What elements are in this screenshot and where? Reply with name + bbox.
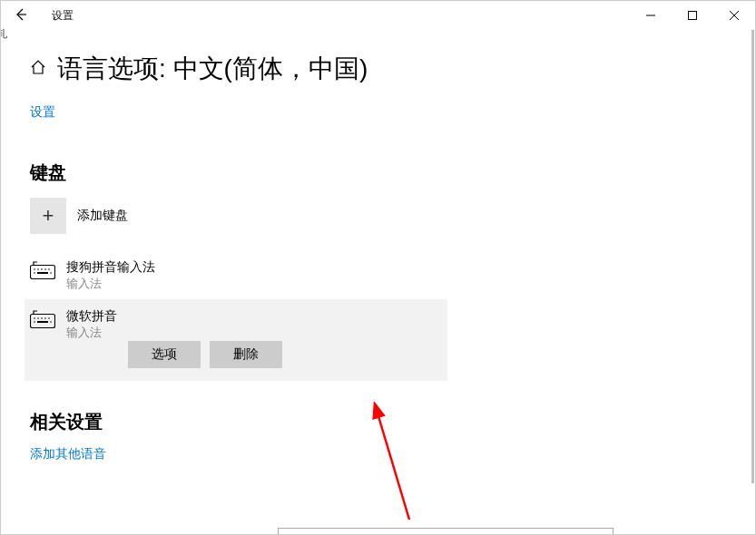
- related-settings-section: 相关设置 添加其他语音: [30, 410, 726, 462]
- svg-point-15: [34, 317, 35, 319]
- content-area: 语言选项: 中文(简体，中国) 设置 键盘 + 添加键盘 搜狗拼音输入法 输入: [1, 30, 755, 534]
- svg-point-12: [50, 272, 52, 274]
- keyboard-actions: 选项 删除: [128, 341, 282, 368]
- svg-rect-13: [37, 272, 48, 274]
- svg-point-21: [50, 321, 52, 323]
- close-button[interactable]: [713, 1, 755, 30]
- keyboard-icon: [30, 261, 55, 283]
- bottom-fragment: [278, 528, 614, 535]
- keyboard-info: 搜狗拼音输入法 输入法: [66, 259, 155, 292]
- keyboard-info: 微软拼音 输入法: [66, 308, 117, 341]
- titlebar-left: 设置: [8, 7, 74, 24]
- scrollbar[interactable]: [751, 30, 754, 483]
- keyboard-type: 输入法: [66, 276, 155, 292]
- keyboard-name: 微软拼音: [66, 308, 117, 325]
- minimize-icon: [646, 11, 655, 20]
- svg-point-18: [44, 317, 46, 319]
- svg-point-6: [34, 268, 35, 270]
- window-title: 设置: [52, 8, 74, 24]
- minimize-button[interactable]: [630, 1, 672, 30]
- svg-point-11: [34, 272, 35, 274]
- svg-rect-22: [37, 321, 48, 323]
- svg-point-17: [41, 317, 43, 319]
- svg-point-16: [37, 317, 39, 319]
- keyboard-name: 搜狗拼音输入法: [66, 259, 155, 276]
- home-icon: [30, 59, 46, 75]
- titlebar: 设置: [1, 1, 755, 30]
- keyboard-item-microsoft-pinyin[interactable]: 微软拼音 输入法 选项 删除: [25, 299, 447, 381]
- home-button[interactable]: [30, 59, 46, 79]
- svg-point-9: [44, 268, 46, 270]
- keyboard-type: 输入法: [66, 325, 117, 341]
- svg-point-20: [34, 321, 35, 323]
- close-icon: [730, 11, 739, 20]
- page-header: 语言选项: 中文(简体，中国): [30, 52, 726, 86]
- maximize-button[interactable]: [672, 1, 713, 30]
- edge-fragment: 钆: [0, 26, 7, 42]
- options-button[interactable]: 选项: [128, 341, 201, 368]
- back-button[interactable]: [8, 7, 34, 24]
- window-controls: [630, 1, 755, 30]
- add-keyboard-button[interactable]: + 添加键盘: [30, 198, 726, 234]
- svg-rect-2: [689, 12, 697, 20]
- add-other-voices-link[interactable]: 添加其他语音: [30, 446, 106, 461]
- page-title: 语言选项: 中文(简体，中国): [57, 52, 368, 86]
- related-title: 相关设置: [30, 410, 726, 434]
- back-arrow-icon: [14, 7, 28, 22]
- keyboard-section-title: 键盘: [30, 160, 726, 185]
- svg-point-10: [48, 268, 50, 270]
- svg-point-19: [48, 317, 50, 319]
- keyboard-icon: [30, 310, 55, 332]
- svg-point-7: [37, 268, 39, 270]
- keyboard-item-sogou[interactable]: 搜狗拼音输入法 输入法: [30, 252, 447, 299]
- svg-point-8: [41, 268, 43, 270]
- add-keyboard-label: 添加键盘: [77, 208, 128, 224]
- settings-link[interactable]: 设置: [30, 104, 55, 121]
- remove-button[interactable]: 删除: [210, 341, 282, 368]
- plus-icon: +: [30, 198, 66, 234]
- maximize-icon: [688, 11, 697, 20]
